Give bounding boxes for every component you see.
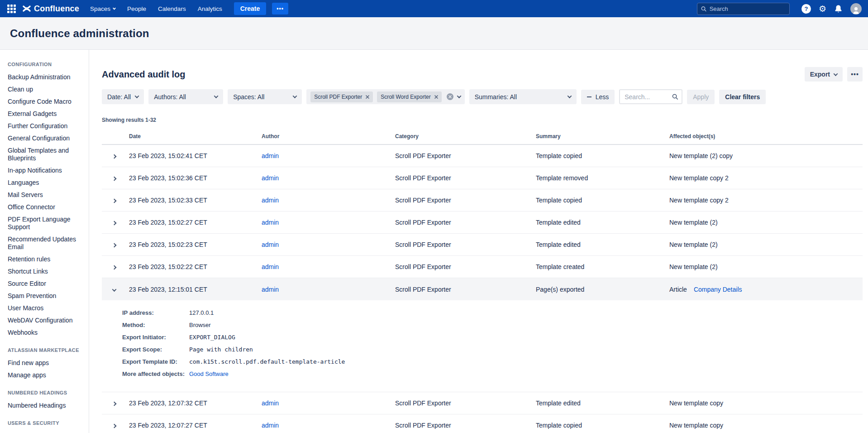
nav-item-people[interactable]: People [124, 5, 150, 12]
author-link[interactable]: admin [262, 197, 279, 204]
cell-category: Scroll PDF Exporter [395, 286, 536, 293]
cell-summary: Template copied [536, 152, 669, 159]
filter-tag[interactable]: Scroll PDF Exporter [310, 91, 373, 102]
sidebar-item[interactable]: Backup Administration [8, 73, 79, 81]
author-link[interactable]: admin [262, 286, 279, 293]
author-link[interactable]: admin [262, 241, 279, 248]
global-search-input[interactable] [710, 5, 786, 12]
sidebar-item[interactable]: Languages [8, 179, 79, 187]
cell-category: Scroll PDF Exporter [395, 263, 536, 270]
sidebar-item[interactable]: Further Configuration [8, 122, 79, 130]
expand-chevron-icon[interactable] [112, 243, 117, 248]
table-row[interactable]: 23 Feb 2023, 15:02:27 CET admin Scroll P… [102, 212, 863, 234]
global-search[interactable] [697, 3, 790, 15]
remove-tag-icon[interactable] [366, 95, 369, 99]
sidebar-item[interactable]: Configure Code Macro [8, 98, 79, 106]
expand-chevron-icon[interactable] [112, 154, 117, 159]
table-row[interactable]: 23 Feb 2023, 15:02:33 CET admin Scroll P… [102, 189, 863, 212]
expand-chevron-icon[interactable] [112, 177, 117, 181]
expand-chevron-icon[interactable] [112, 265, 117, 270]
expand-chevron-icon[interactable] [112, 221, 117, 226]
sidebar-item[interactable]: User Macros [8, 304, 79, 312]
author-link[interactable]: admin [262, 174, 279, 182]
table-row[interactable]: 23 Feb 2023, 12:07:32 CET admin Scroll P… [102, 392, 863, 414]
author-link[interactable]: admin [262, 399, 279, 407]
nav-item-calendars[interactable]: Calendars [154, 5, 190, 12]
confluence-logo[interactable]: Confluence [23, 4, 79, 14]
expand-chevron-icon[interactable] [112, 199, 117, 203]
sidebar-item[interactable]: Global Templates and Blueprints [8, 147, 79, 162]
table-row[interactable]: 23 Feb 2023, 12:07:27 CET admin Scroll P… [102, 414, 863, 433]
table-row[interactable]: 23 Feb 2023, 15:02:22 CET admin Scroll P… [102, 256, 863, 278]
sidebar-item[interactable]: Source Editor [8, 280, 79, 288]
table-row[interactable]: 23 Feb 2023, 12:15:01 CET admin Scroll P… [102, 278, 863, 300]
date-filter[interactable]: Date: All [102, 89, 144, 104]
less-filters-button[interactable]: Less [581, 90, 615, 104]
sidebar-item[interactable]: In-app Notifications [8, 167, 79, 174]
notifications-icon[interactable] [834, 5, 843, 13]
nav-item-spaces[interactable]: Spaces [86, 5, 119, 12]
app-switcher-icon[interactable] [6, 4, 16, 14]
table-row[interactable]: 23 Feb 2023, 15:02:41 CET admin Scroll P… [102, 145, 863, 167]
cell-summary: Template copied [536, 197, 669, 204]
export-button[interactable]: Export [805, 67, 843, 82]
overflow-menu-button[interactable]: ••• [847, 67, 863, 82]
sidebar-item[interactable]: PDF Export Language Support [8, 216, 79, 231]
detail-row: More affected objects: Good Software [122, 368, 863, 380]
sidebar-item[interactable]: Spam Prevention [8, 292, 79, 300]
sidebar-item[interactable]: Mail Servers [8, 191, 79, 199]
sidebar-item[interactable]: Retention rules [8, 255, 79, 263]
nav-more-button[interactable]: ••• [272, 3, 288, 14]
expand-chevron-icon[interactable] [112, 287, 117, 292]
sidebar-item[interactable]: Webhooks [8, 329, 79, 337]
remove-tag-icon[interactable] [434, 95, 438, 99]
admin-sidebar: CONFIGURATION Backup AdministrationClean… [0, 50, 89, 433]
results-count: Showing results 1-32 [102, 117, 863, 123]
filter-search[interactable] [619, 89, 682, 104]
table-row[interactable]: 23 Feb 2023, 15:02:36 CET admin Scroll P… [102, 167, 863, 189]
category-filter[interactable]: Scroll PDF Exporter Scroll Word Exporter [306, 89, 465, 104]
sidebar-item[interactable]: Office Connector [8, 203, 79, 211]
sidebar-item[interactable]: External Gadgets [8, 110, 79, 118]
author-link[interactable]: admin [262, 219, 279, 226]
clear-filters-button[interactable]: Clear filters [719, 90, 766, 104]
sidebar-item[interactable]: Numbered Headings [8, 402, 79, 409]
spaces-filter[interactable]: Spaces: All [228, 89, 302, 104]
nav-item-analytics[interactable]: Analytics [194, 5, 226, 12]
search-icon[interactable] [672, 93, 678, 100]
sidebar-item[interactable]: Shortcut Links [8, 268, 79, 275]
cell-date: 23 Feb 2023, 15:02:33 CET [129, 197, 262, 204]
help-icon[interactable]: ? [801, 4, 811, 14]
sidebar-item[interactable]: Recommended Updates Email [8, 236, 79, 251]
author-link[interactable]: admin [262, 263, 279, 270]
sidebar-section-heading: USERS & SECURITY [8, 420, 83, 426]
filter-tag[interactable]: Scroll Word Exporter [377, 91, 441, 102]
page-header: Confluence administration [0, 17, 868, 50]
author-link[interactable]: admin [262, 422, 279, 429]
table-row[interactable]: 23 Feb 2023, 15:02:23 CET admin Scroll P… [102, 234, 863, 256]
sidebar-item[interactable]: General Configuration [8, 135, 79, 142]
authors-filter[interactable]: Authors: All [148, 89, 223, 104]
create-button[interactable]: Create [234, 2, 267, 15]
apply-button[interactable]: Apply [687, 90, 715, 104]
sidebar-section: ATLASSIAN MARKETPLACE Find new appsManag… [8, 347, 83, 379]
clear-tags-icon[interactable] [447, 93, 453, 100]
chevron-down-icon [293, 94, 297, 98]
affected-object-link[interactable]: Company Details [694, 286, 742, 293]
detail-row: Export Scope: Page with children [122, 343, 863, 356]
avatar[interactable] [850, 3, 862, 14]
sidebar-item[interactable]: Clean up [8, 86, 79, 93]
expand-chevron-icon[interactable] [112, 424, 117, 428]
detail-link[interactable]: Good Software [189, 370, 229, 377]
author-link[interactable]: admin [262, 152, 279, 159]
sidebar-item[interactable]: Find new apps [8, 359, 79, 367]
summaries-filter[interactable]: Summaries: All [469, 89, 577, 104]
detail-row: Export Initiator: EXPORT_DIALOG [122, 331, 863, 343]
filter-search-input[interactable] [625, 93, 672, 101]
cell-summary: Template edited [536, 241, 669, 248]
expand-chevron-icon[interactable] [112, 402, 117, 406]
sidebar-item[interactable]: WebDAV Configuration [8, 317, 79, 324]
chevron-down-icon [214, 94, 219, 98]
gear-icon[interactable]: ⚙ [819, 5, 826, 13]
sidebar-item[interactable]: Manage apps [8, 371, 79, 379]
